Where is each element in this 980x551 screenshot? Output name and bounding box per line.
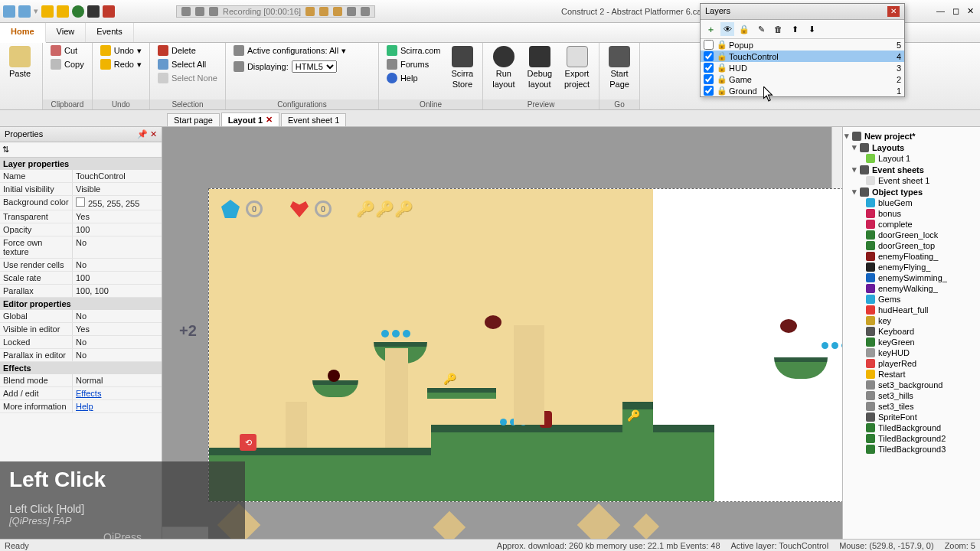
- tab-home[interactable]: Home: [0, 23, 46, 43]
- tree-node[interactable]: TiledBackground2: [844, 433, 978, 444]
- tree-node[interactable]: Restart: [844, 369, 978, 380]
- run-icon[interactable]: [72, 5, 84, 18]
- doctab-eventsheet1[interactable]: Event sheet 1: [281, 113, 346, 126]
- active-config[interactable]: Active configurations: All▾: [230, 44, 349, 57]
- tree-node[interactable]: ▾New project*: [844, 130, 978, 142]
- layers-panel[interactable]: Layers✕ ＋ 👁 🔒 ✎ 🗑 ⬆ ⬇ 🔒Popup5🔒TouchContr…: [700, 3, 905, 97]
- tree-node[interactable]: Gems: [844, 294, 978, 305]
- expand-icon[interactable]: ▾: [852, 142, 857, 152]
- prop-row[interactable]: Force own textureNo: [0, 236, 162, 259]
- tree-node[interactable]: Event sheet 1: [844, 175, 978, 186]
- tree-node[interactable]: enemySwimming_: [844, 272, 978, 283]
- prop-row[interactable]: Blend modeNormal: [0, 374, 162, 387]
- tree-node[interactable]: enemyWalking_: [844, 283, 978, 294]
- prop-row[interactable]: Opacity100: [0, 223, 162, 236]
- prop-row[interactable]: Background color255, 255, 255: [0, 196, 162, 210]
- tree-node[interactable]: Keyboard: [844, 326, 978, 337]
- tree-node[interactable]: complete: [844, 219, 978, 230]
- layer-row[interactable]: 🔒Popup5: [701, 39, 904, 51]
- prop-row[interactable]: LockedNo: [0, 336, 162, 349]
- select-none-button[interactable]: Select None: [155, 72, 220, 84]
- layer-visible-checkbox[interactable]: [704, 51, 714, 61]
- tree-node[interactable]: playerRed: [844, 358, 978, 369]
- close-button[interactable]: ✕: [967, 6, 974, 16]
- run-layout-button[interactable]: Runlayout: [488, 44, 519, 90]
- tree-node[interactable]: ▾Layouts: [844, 142, 978, 153]
- tree-node[interactable]: hudHeart_full: [844, 305, 978, 315]
- tree-node[interactable]: blueGem: [844, 197, 978, 208]
- layer-visible-checkbox[interactable]: [704, 40, 714, 50]
- undo-button[interactable]: Undo▾: [97, 44, 145, 57]
- maximize-button[interactable]: ◻: [952, 6, 959, 16]
- doctab-layout1[interactable]: Layout 1✕: [221, 112, 279, 126]
- debug-icon[interactable]: [87, 5, 100, 18]
- expand-icon[interactable]: ▾: [852, 165, 857, 174]
- close-panel-icon[interactable]: ✕: [150, 129, 157, 139]
- layer-up-icon[interactable]: ⬆: [788, 22, 802, 36]
- expand-icon[interactable]: ▾: [852, 187, 857, 197]
- tab-events[interactable]: Events: [86, 23, 134, 42]
- tree-node[interactable]: keyGreen: [844, 337, 978, 347]
- visibility-icon[interactable]: 👁: [720, 22, 734, 36]
- tree-node[interactable]: doorGreen_lock: [844, 230, 978, 240]
- redo-icon[interactable]: [57, 5, 69, 18]
- tree-node[interactable]: set3_hills: [844, 390, 978, 401]
- minimize-button[interactable]: —: [936, 6, 945, 16]
- layer-row[interactable]: 🔒Ground1: [701, 85, 904, 96]
- prop-row[interactable]: Parallax in editorNo: [0, 349, 162, 362]
- stop-icon[interactable]: [103, 5, 115, 18]
- tree-node[interactable]: bonus: [844, 208, 978, 219]
- layer-row[interactable]: 🔒Game2: [701, 73, 904, 85]
- tree-node[interactable]: set3_background: [844, 380, 978, 390]
- prop-row[interactable]: Scale rate100: [0, 272, 162, 285]
- prop-row[interactable]: GlobalNo: [0, 310, 162, 323]
- save-all-icon[interactable]: [18, 5, 31, 18]
- prop-row[interactable]: Initial visibilityVisible: [0, 183, 162, 196]
- layer-down-icon[interactable]: ⬇: [805, 22, 818, 36]
- prop-row[interactable]: NameTouchControl: [0, 170, 162, 183]
- tree-node[interactable]: doorGreen_top: [844, 240, 978, 251]
- tree-node[interactable]: SpriteFont: [844, 412, 978, 422]
- delete-button[interactable]: Delete: [155, 44, 220, 57]
- layer-row[interactable]: 🔒HUD3: [701, 62, 904, 73]
- help-link[interactable]: Help: [384, 72, 444, 84]
- cut-button[interactable]: Cut: [47, 44, 87, 57]
- tree-node[interactable]: ▾Object types: [844, 186, 978, 197]
- layer-row[interactable]: 🔒TouchControl4: [701, 51, 904, 62]
- layer-visible-checkbox[interactable]: [704, 86, 714, 96]
- redo-button[interactable]: Redo▾: [97, 58, 145, 70]
- layers-close-icon[interactable]: ✕: [887, 6, 900, 17]
- tree-node[interactable]: keyHUD: [844, 347, 978, 358]
- prop-row[interactable]: More informationHelp: [0, 400, 162, 413]
- forums-link[interactable]: Forums: [384, 58, 444, 70]
- close-tab-icon[interactable]: ✕: [266, 115, 273, 125]
- tree-node[interactable]: key: [844, 315, 978, 326]
- tree-node[interactable]: set3_tiles: [844, 401, 978, 412]
- prop-row[interactable]: TransparentYes: [0, 210, 162, 223]
- select-all-button[interactable]: Select All: [155, 58, 220, 70]
- export-project-button[interactable]: Exportproject: [560, 44, 594, 90]
- tree-node[interactable]: ▾Event sheets: [844, 164, 978, 175]
- debug-layout-button[interactable]: Debuglayout: [523, 44, 557, 90]
- tab-view[interactable]: View: [46, 23, 87, 42]
- layer-visible-checkbox[interactable]: [704, 63, 714, 73]
- layer-visible-checkbox[interactable]: [704, 74, 714, 84]
- layout-stage[interactable]: 0 0 🔑🔑🔑: [208, 188, 842, 502]
- prop-row[interactable]: Add / editEffects: [0, 387, 162, 400]
- prop-row[interactable]: Parallax100, 100: [0, 285, 162, 298]
- displaying-select[interactable]: HTML5: [292, 60, 337, 73]
- prop-row[interactable]: Visible in editorYes: [0, 323, 162, 336]
- undo-icon[interactable]: [41, 5, 54, 18]
- save-icon[interactable]: [3, 5, 15, 18]
- delete-layer-icon[interactable]: 🗑: [771, 22, 785, 36]
- tree-node[interactable]: TiledBackground: [844, 422, 978, 433]
- start-page-button[interactable]: StartPage: [604, 44, 635, 90]
- scirra-link[interactable]: Scirra.com: [384, 44, 444, 57]
- doctab-start-page[interactable]: Start page: [167, 113, 220, 126]
- lock-icon[interactable]: 🔒: [737, 22, 751, 36]
- scirra-store-button[interactable]: ScirraStore: [446, 44, 478, 90]
- add-layer-icon[interactable]: ＋: [704, 22, 717, 36]
- expand-icon[interactable]: ▾: [844, 131, 849, 141]
- paste-button[interactable]: Paste: [5, 44, 35, 80]
- prop-row[interactable]: Use render cellsNo: [0, 259, 162, 272]
